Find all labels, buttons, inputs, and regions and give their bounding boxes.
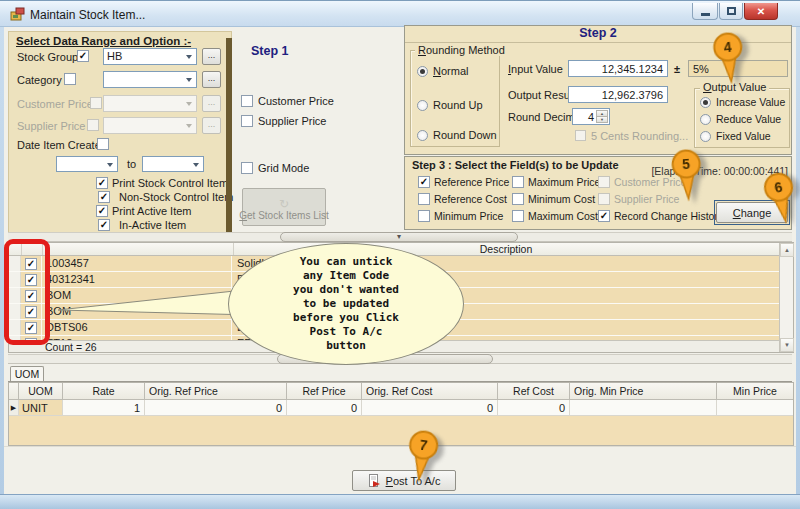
- title-bar: Maintain Stock Item...: [0, 0, 800, 27]
- ref-cost-column-header[interactable]: Ref Cost: [498, 383, 570, 400]
- plus-minus-label: ±: [674, 63, 680, 75]
- maximize-button[interactable]: [719, 3, 743, 20]
- reference-price-checkbox[interactable]: ✓: [418, 176, 430, 188]
- checkbox-column-highlight: [4, 239, 50, 345]
- reference-cost-label: Reference Cost: [434, 193, 507, 205]
- date-item-created-label: Date Item Created: [17, 139, 107, 151]
- rounding-normal-label: Normal: [433, 65, 468, 77]
- maximum-price-checkbox[interactable]: ✓: [512, 176, 524, 188]
- non-stock-control-checkbox[interactable]: ✓: [98, 191, 110, 203]
- item-code: 1003457: [42, 256, 232, 271]
- step1-title: Step 1: [251, 44, 289, 58]
- round-decimal-spinner[interactable]: 4 ▲ ▼: [572, 108, 610, 125]
- record-change-history-label: Record Change History: [614, 210, 723, 222]
- radio-icon: [417, 130, 428, 141]
- items-grid-vscrollbar[interactable]: ▲ ▼: [779, 243, 793, 352]
- stock-group-label: Stock Group: [17, 51, 78, 63]
- uom-column-header[interactable]: UOM: [19, 383, 63, 400]
- step3-customer-price-checkbox: ✓: [598, 176, 610, 188]
- step1-supplier-price-checkbox[interactable]: ✓: [241, 115, 253, 127]
- maximize-icon: [727, 7, 736, 15]
- input-value-field[interactable]: 12,345.1234: [568, 60, 668, 77]
- uom-cell[interactable]: UNIT: [19, 400, 63, 416]
- check-icon: ✓: [100, 192, 108, 202]
- step3-title: Step 3 : Select the Field(s) to be Updat…: [412, 159, 619, 171]
- date-from-dropdown[interactable]: [56, 156, 118, 172]
- print-stock-control-label: Print Stock Control Item: [112, 177, 228, 189]
- percent-text: 5%: [693, 63, 709, 75]
- orig-min-price-cell[interactable]: [570, 400, 717, 416]
- print-active-item-checkbox[interactable]: ✓: [96, 205, 108, 217]
- orig-ref-price-column-header[interactable]: Orig. Ref Price: [145, 383, 287, 400]
- stock-group-browse-button[interactable]: ...: [202, 48, 221, 65]
- min-price-cell[interactable]: [717, 400, 793, 416]
- count-label: Count = 26: [45, 341, 97, 353]
- minimum-price-checkbox[interactable]: ✓: [418, 210, 430, 222]
- rounding-up-label: Round Up: [433, 99, 483, 111]
- date-to-dropdown[interactable]: [142, 156, 204, 172]
- dropdown-arrow-icon: [186, 102, 192, 106]
- uom-grid-empty-area: [9, 416, 793, 445]
- rounding-method-label: Rounding Method: [415, 44, 508, 56]
- record-change-history-checkbox[interactable]: ✓: [598, 210, 610, 222]
- reference-cost-checkbox[interactable]: ✓: [418, 193, 430, 205]
- window-title: Maintain Stock Item...: [30, 8, 145, 22]
- category-checkbox[interactable]: ✓: [64, 73, 76, 85]
- minimum-cost-checkbox[interactable]: ✓: [512, 193, 524, 205]
- spin-down-button[interactable]: ▼: [596, 116, 608, 123]
- orig-min-price-column-header[interactable]: Orig. Min Price: [570, 383, 717, 400]
- rate-column-header[interactable]: Rate: [63, 383, 145, 400]
- reduce-value-option[interactable]: Reduce Value: [700, 113, 781, 125]
- stock-group-dropdown[interactable]: HB: [103, 48, 197, 65]
- increase-value-option[interactable]: Increase Value: [700, 96, 785, 108]
- stock-group-value: HB: [104, 49, 196, 64]
- step1-customer-price-checkbox[interactable]: ✓: [241, 95, 253, 107]
- grid-mode-checkbox[interactable]: ✓: [241, 162, 253, 174]
- minimum-cost-label: Minimum Cost: [528, 193, 595, 205]
- ref-price-column-header[interactable]: Ref Price: [287, 383, 362, 400]
- supplier-price-filter-checkbox: ✓: [87, 119, 99, 131]
- scroll-up-button[interactable]: ▲: [780, 243, 794, 257]
- rounding-down-option[interactable]: Round Down: [417, 129, 497, 141]
- minimize-button[interactable]: [692, 3, 718, 20]
- uom-tab[interactable]: UOM: [10, 366, 44, 382]
- dropdown-arrow-icon: [107, 163, 113, 167]
- category-browse-button[interactable]: ...: [202, 71, 221, 88]
- input-value-label: Input Value: [508, 63, 563, 75]
- check-icon: ✓: [98, 206, 106, 216]
- five-cents-checkbox: ✓: [575, 130, 586, 141]
- scroll-up-icon: ▲: [784, 247, 790, 253]
- in-active-item-label: In-Active Item: [119, 219, 186, 231]
- uom-grid-row[interactable]: ▶ UNIT 1 0 0 0 0: [9, 400, 793, 416]
- scroll-down-button[interactable]: ▼: [780, 338, 794, 352]
- date-item-created-checkbox[interactable]: ✓: [97, 138, 109, 150]
- rate-cell[interactable]: 1: [63, 400, 145, 416]
- step2-title: Step 2: [579, 26, 617, 40]
- panel-divider: [226, 38, 232, 236]
- stock-group-checkbox[interactable]: ✓: [77, 50, 89, 62]
- get-stock-items-icon: ↻: [279, 198, 289, 210]
- orig-ref-price-cell[interactable]: 0: [145, 400, 287, 416]
- ref-price-cell[interactable]: 0: [287, 400, 362, 416]
- customer-price-filter-label: Customer Price: [17, 98, 93, 110]
- orig-ref-cost-column-header[interactable]: Orig. Ref Cost: [362, 383, 498, 400]
- rounding-up-option[interactable]: Round Up: [417, 99, 483, 111]
- rounding-normal-option[interactable]: Normal: [417, 65, 468, 77]
- step1-supplier-price-label: Supplier Price: [258, 115, 326, 127]
- orig-ref-cost-cell[interactable]: 0: [362, 400, 498, 416]
- splitter-top-handle[interactable]: ▾: [280, 232, 518, 242]
- window-border-bottom: [0, 494, 800, 509]
- uom-tab-label: UOM: [15, 368, 40, 380]
- close-button[interactable]: ✕: [744, 3, 778, 20]
- print-stock-control-checkbox[interactable]: ✓: [96, 177, 108, 189]
- category-dropdown[interactable]: [103, 71, 197, 88]
- output-result-field[interactable]: 12,962.3796: [568, 86, 668, 103]
- ref-cost-cell[interactable]: 0: [498, 400, 570, 416]
- window-border-right: [796, 27, 800, 494]
- min-price-column-header[interactable]: Min Price: [717, 383, 793, 400]
- fixed-value-option[interactable]: Fixed Value: [700, 130, 771, 142]
- maximum-cost-checkbox[interactable]: ✓: [512, 210, 524, 222]
- close-icon: ✕: [757, 6, 765, 17]
- in-active-item-checkbox[interactable]: ✓: [98, 219, 110, 231]
- round-decimal-value: 4: [588, 111, 594, 123]
